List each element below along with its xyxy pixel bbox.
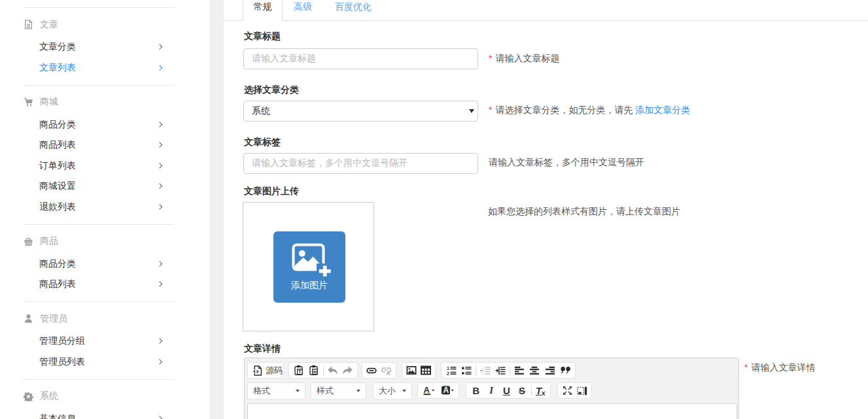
svg-text:A: A (443, 386, 449, 395)
svg-text:2: 2 (447, 371, 449, 376)
svg-text:A: A (424, 385, 430, 395)
svg-text:W: W (313, 369, 317, 374)
svg-text:1: 1 (447, 366, 449, 371)
svg-text:T: T (298, 369, 302, 374)
